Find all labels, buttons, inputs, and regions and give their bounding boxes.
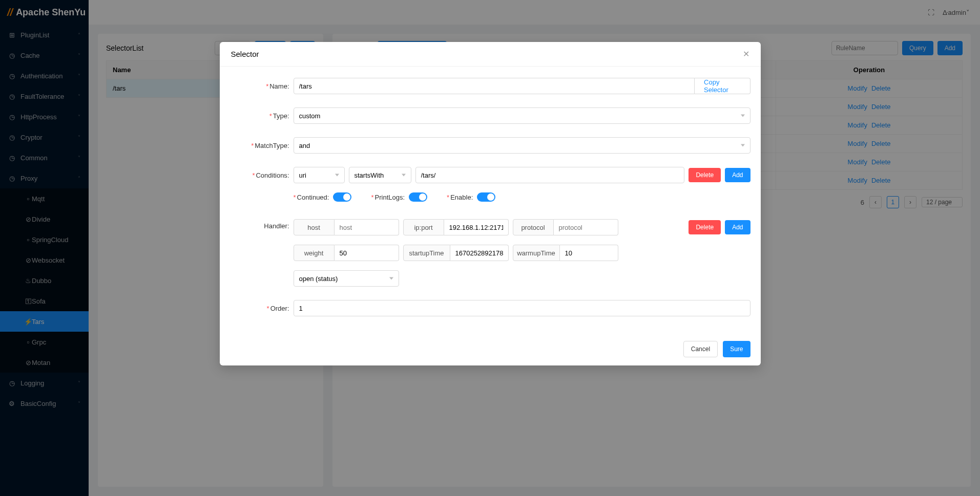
condition-field-select[interactable]: uri — [294, 167, 345, 183]
label-conditions: Conditions — [256, 171, 287, 179]
condition-delete-button[interactable]: Delete — [689, 168, 721, 182]
selector-modal: Selector ✕ *Name: Copy Selector *Type: c… — [220, 42, 761, 365]
condition-add-button[interactable]: Add — [725, 168, 750, 182]
cancel-button[interactable]: Cancel — [683, 341, 718, 357]
label-continued: Continued — [297, 193, 327, 201]
startup-input[interactable] — [450, 245, 509, 261]
type-value: custom — [299, 112, 321, 120]
modal-close-button[interactable]: ✕ — [743, 49, 749, 59]
condition-field-value: uri — [299, 171, 306, 179]
condition-operator-value: startsWith — [355, 171, 384, 179]
warmup-addon: warmupTime — [513, 245, 560, 261]
label-enable: Enable — [450, 193, 471, 201]
status-select[interactable]: open (status) — [294, 270, 399, 287]
ipport-input[interactable] — [444, 219, 509, 235]
order-input[interactable] — [294, 300, 750, 316]
protocol-addon: protocol — [513, 219, 554, 235]
enable-switch[interactable] — [477, 192, 495, 202]
condition-operator-select[interactable]: startsWith — [349, 167, 411, 183]
modal-title: Selector — [231, 50, 259, 58]
status-value: open (status) — [299, 275, 338, 283]
label-type: Type — [273, 112, 287, 120]
label-handler: Handler — [264, 222, 287, 230]
weight-input[interactable] — [335, 245, 399, 261]
matchtype-select[interactable]: and — [294, 137, 750, 154]
label-order: Order — [270, 305, 287, 312]
protocol-input[interactable] — [554, 219, 618, 235]
warmup-input[interactable] — [560, 245, 618, 261]
modal-overlay: Selector ✕ *Name: Copy Selector *Type: c… — [0, 0, 980, 496]
handler-delete-button[interactable]: Delete — [689, 220, 721, 234]
type-select[interactable]: custom — [294, 107, 750, 124]
name-input[interactable] — [294, 78, 695, 94]
label-matchtype: MatchType — [255, 142, 287, 149]
weight-addon: weight — [294, 245, 335, 261]
handler-add-button[interactable]: Add — [725, 220, 750, 234]
host-addon: host — [294, 219, 335, 235]
printlogs-switch[interactable] — [409, 192, 427, 202]
ipport-addon: ip:port — [403, 219, 444, 235]
matchtype-value: and — [299, 142, 310, 149]
host-input[interactable] — [335, 219, 399, 235]
condition-value-input[interactable] — [415, 167, 685, 183]
label-name: Name — [269, 82, 287, 90]
label-printlogs: PrintLogs — [375, 193, 403, 201]
copy-selector-button[interactable]: Copy Selector — [695, 78, 750, 94]
sure-button[interactable]: Sure — [723, 341, 750, 357]
startup-addon: startupTime — [403, 245, 450, 261]
continued-switch[interactable] — [333, 192, 351, 202]
